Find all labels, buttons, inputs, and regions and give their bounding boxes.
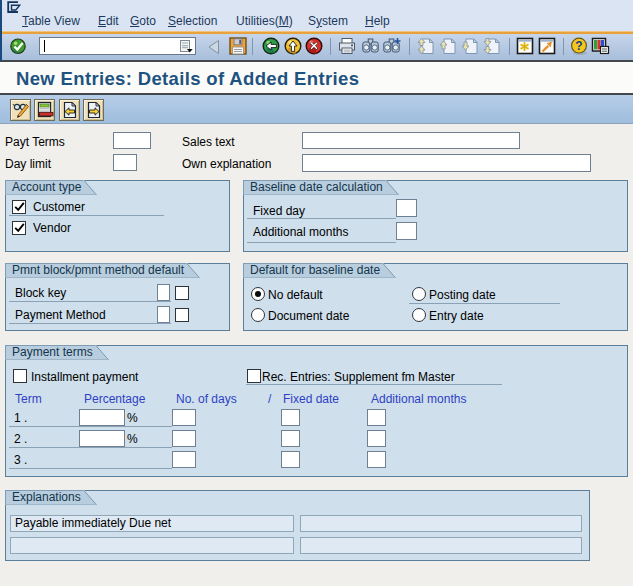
menu-table-view[interactable]: Table View [22,13,80,29]
payment-method-checkbox[interactable] [175,308,189,322]
additional-months-field[interactable] [396,222,417,240]
separator-line [9,215,164,216]
payment-method-label: Payment Method [15,308,106,322]
fixed-day-label: Fixed day [253,204,305,218]
percentage-field-2[interactable] [79,430,125,447]
sales-text-field[interactable] [302,132,520,149]
entry-date-label: Entry date [429,309,484,323]
save-icon[interactable] [229,37,247,55]
entry-date-radio[interactable] [412,308,426,322]
menu-help[interactable]: Help [365,13,390,29]
rec-entries-checkbox[interactable] [247,369,261,383]
day-limit-field[interactable] [113,154,137,171]
title-bar: New Entries: Details of Added Entries [0,62,633,93]
first-page-icon[interactable] [417,37,435,55]
explanation-text-field-3[interactable] [10,537,294,554]
own-explanation-field[interactable] [302,154,591,172]
separator-line [9,301,171,302]
print-icon[interactable] [338,37,356,55]
explanation-text-field-2[interactable] [300,515,582,532]
no-default-radio[interactable] [251,287,265,301]
next-page-icon[interactable] [461,37,479,55]
rec-entries-label: Rec. Entries: Supplement fm Master [262,370,455,384]
next-entry-button[interactable] [83,99,104,121]
payment-terms-groupbox: Payment terms Installment payment Rec. E… [5,345,628,477]
additional-months-column-header: Additional months [371,392,466,406]
cancel-icon[interactable] [305,37,323,55]
sales-text-label: Sales text [182,135,235,149]
next-entry-icon [85,101,103,119]
additional-months-field-3[interactable] [367,451,386,468]
new-session-icon[interactable] [516,37,534,55]
toolbar-separator [330,38,331,55]
menu-utilities[interactable]: Utilities(M) [236,13,293,29]
menu-goto[interactable]: Goto [130,13,156,29]
enter-icon[interactable] [10,38,27,55]
account-type-tab: Account type [5,180,83,195]
delete-button[interactable] [34,99,55,121]
payment-method-field[interactable] [157,306,170,323]
account-type-groupbox: Account type Customer Vendor [5,180,230,252]
payt-terms-field[interactable] [113,132,151,149]
separator-line [9,426,172,427]
default-baseline-date-tab: Default for baseline date [243,263,382,278]
find-next-icon[interactable] [382,37,401,55]
fixed-date-field-1[interactable] [281,409,300,426]
fixed-day-field[interactable] [396,199,417,217]
fixed-date-field-3[interactable] [281,451,300,468]
block-key-checkbox[interactable] [175,286,189,300]
additional-months-field-1[interactable] [367,409,386,426]
fixed-date-field-2[interactable] [281,430,300,447]
additional-months-field-2[interactable] [367,430,386,447]
system-menu-icon[interactable] [6,1,21,13]
screen-body: Payt Terms Sales text Day limit Own expl… [0,125,633,586]
posting-date-radio[interactable] [412,287,426,301]
block-key-field[interactable] [157,284,170,301]
command-field[interactable] [39,37,196,55]
back-icon[interactable] [262,37,280,55]
posting-date-label: Posting date [429,288,496,302]
svg-text:?: ? [575,39,582,53]
menu-edit[interactable]: Edit [98,13,119,29]
screen-title: New Entries: Details of Added Entries [16,68,359,90]
slash-column-header: / [268,392,271,406]
separator-line [9,468,172,469]
find-icon[interactable] [361,37,380,55]
separator-line [9,447,172,448]
menu-selection[interactable]: Selection [168,13,217,29]
previous-page-icon[interactable] [439,37,457,55]
previous-entry-button[interactable] [59,99,80,121]
explanations-groupbox: Explanations Payable immediately Due net [5,490,590,561]
create-shortcut-icon[interactable] [538,37,556,55]
vendor-checkbox[interactable] [12,221,26,235]
additional-months-label: Additional months [253,225,348,239]
command-history-icon[interactable] [180,40,193,53]
days-field-1[interactable] [172,409,196,426]
own-explanation-label: Own explanation [182,157,271,171]
previous-entry-icon [61,101,79,119]
back-nav-icon[interactable] [207,39,220,55]
installment-payment-checkbox[interactable] [13,369,27,383]
fixed-date-column-header: Fixed date [283,392,339,406]
display-change-button[interactable] [10,99,31,121]
sap-gui-window: Table View Edit Goto Selection Utilities… [0,0,633,586]
percentage-field-1[interactable] [79,409,125,426]
toolbar-separator [509,38,510,55]
explanation-text-field-4[interactable] [300,537,582,554]
standard-toolbar: ? [0,34,633,60]
term-row-label: 1 . [14,411,27,425]
no-default-label: No default [268,288,323,302]
menu-system[interactable]: System [308,13,348,29]
separator-line [246,384,502,385]
customize-layout-icon[interactable] [591,37,610,55]
exit-icon[interactable] [284,37,302,55]
last-page-icon[interactable] [483,37,501,55]
days-field-3[interactable] [172,451,196,468]
days-field-2[interactable] [172,430,196,447]
help-icon[interactable]: ? [570,37,589,56]
document-date-radio[interactable] [251,308,265,322]
installment-payment-label: Installment payment [31,370,138,384]
customer-checkbox[interactable] [12,200,26,214]
block-key-label: Block key [15,286,66,300]
explanation-text-field-1[interactable]: Payable immediately Due net [10,515,294,532]
